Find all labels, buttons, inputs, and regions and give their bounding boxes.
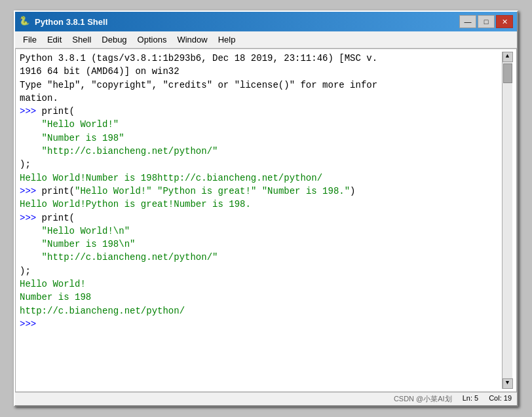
menu-bar: File Edit Shell Debug Options Window Hel… [15,31,517,48]
status-ln: Ln: 5 [463,394,478,404]
close-button[interactable]: ✕ [496,15,513,28]
shell-line: 1916 64 bit (AMD64)] on win32 [20,65,502,78]
shell-content: Python 3.8.1 (tags/v3.8.1:1b293b6, Dec 1… [20,52,502,389]
window-title: Python 3.8.1 Shell [35,17,107,27]
shell-line: >>> print( [20,105,502,118]
shell-line: >>> print( [20,211,502,225]
menu-help[interactable]: Help [213,33,241,46]
shell-line: "http://c.biancheng.net/python/" [20,145,502,158]
shell-line: >>> print("Hello World!" "Python is grea… [20,185,502,198]
menu-window[interactable]: Window [172,33,212,46]
title-bar-left: 🐍 Python 3.8.1 Shell [19,16,107,27]
status-bar: CSDN @小菜AI划 Ln: 5 Col: 19 [15,392,517,405]
menu-edit[interactable]: Edit [42,33,67,46]
menu-debug[interactable]: Debug [96,33,132,46]
shell-line: Type "help", "copyright", "credits" or "… [20,79,502,92]
app-icon: 🐍 [19,16,31,27]
shell-line: Hello World! [20,278,502,291]
shell-line: http://c.biancheng.net/python/ [20,304,502,317]
shell-line: "Number is 198\n" [20,238,502,251]
shell-line: "Hello World!" [20,118,502,131]
menu-shell[interactable]: Shell [67,33,96,46]
shell-line: ); [20,264,502,278]
menu-file[interactable]: File [18,33,42,46]
scrollbar[interactable]: ▲ ▼ [502,52,512,389]
shell-line: Python 3.8.1 (tags/v3.8.1:1b293b6, Dec 1… [20,52,502,65]
shell-line: Hello World!Python is great!Number is 19… [20,198,502,211]
maximize-button[interactable]: □ [478,15,495,28]
menu-options[interactable]: Options [132,33,172,46]
scroll-up-arrow[interactable]: ▲ [503,52,513,62]
scroll-down-arrow[interactable]: ▼ [503,378,513,389]
scroll-thumb[interactable] [503,63,512,83]
main-window: 🐍 Python 3.8.1 Shell — □ ✕ File Edit She… [14,10,518,407]
title-bar-buttons: — □ ✕ [459,15,513,28]
watermark: CSDN @小菜AI划 [394,394,452,404]
shell-line: mation. [20,92,502,105]
shell-line: ); [20,158,502,171]
title-bar: 🐍 Python 3.8.1 Shell — □ ✕ [15,12,517,31]
shell-area[interactable]: Python 3.8.1 (tags/v3.8.1:1b293b6, Dec 1… [15,48,517,392]
shell-prompt: >>> [20,317,502,331]
shell-line: "http://c.biancheng.net/python/" [20,251,502,264]
shell-line: "Hello World!\n" [20,225,502,238]
shell-line: Hello World!Number is 198http://c.bianch… [20,172,502,185]
minimize-button[interactable]: — [459,15,476,28]
status-col: Col: 19 [489,394,512,404]
shell-line: "Number is 198" [20,132,502,145]
shell-line: Number is 198 [20,291,502,304]
